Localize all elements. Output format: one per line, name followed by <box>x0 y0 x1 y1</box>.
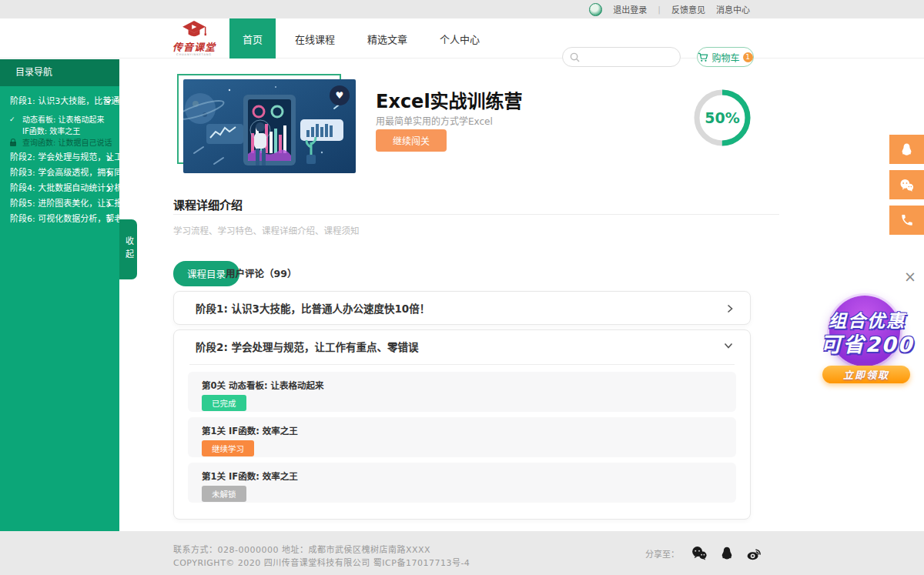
page: 退出登录 | 反馈意见 消息中心 传音课堂 CHUANYINKETANG 首页 … <box>0 0 924 575</box>
catalog-sidebar: 目录导航 阶段1: 认识3大技能，比普通人... ✓ 动态看板: 让表格动起来 … <box>0 59 119 531</box>
lesson-title: 第0关 动态看板: 让表格动起来 <box>202 379 736 391</box>
sidebar-stage-6[interactable]: 阶段6: 可视化数据分析，帮老板... <box>0 212 119 227</box>
phone-icon <box>900 213 914 227</box>
chevron-right-icon <box>106 201 112 208</box>
cart-icon <box>698 52 708 62</box>
lesson-row-locked[interactable]: 第1关 IF函数: 效率之王 未解锁 <box>188 463 736 503</box>
nav-item-home[interactable]: 首页 <box>229 18 276 59</box>
header: 传音课堂 CHUANYINKETANG 首页 在线课程 精选文章 个人中心 搜索… <box>0 18 924 59</box>
user-avatar[interactable] <box>589 3 602 16</box>
lesson-title: 第1关 IF函数: 效率之王 <box>202 424 736 436</box>
search-icon <box>570 52 580 62</box>
logo-subtitle: CHUANYINKETANG <box>166 52 222 56</box>
detail-divider <box>173 214 779 215</box>
promo-text-line2[interactable]: 可省200 <box>802 328 924 358</box>
nav-item-courses[interactable]: 在线课程 <box>282 18 348 59</box>
cart-count-badge: 1 <box>743 52 753 62</box>
qq-contact-button[interactable] <box>889 135 924 164</box>
topbar-divider: | <box>658 5 661 15</box>
sidebar-lesson-if[interactable]: IF函数: 效率之王 <box>0 125 119 137</box>
graduation-cap-icon <box>181 20 207 40</box>
qq-icon <box>899 142 914 157</box>
status-badge-continue[interactable]: 继续学习 <box>202 440 254 456</box>
status-badge-done[interactable]: 已完成 <box>202 395 246 411</box>
nav-item-articles[interactable]: 精选文章 <box>354 18 420 59</box>
feedback-link[interactable]: 反馈意见 <box>671 3 705 15</box>
sidebar-stage-5[interactable]: 阶段5: 进阶图表美化，让汇报一... <box>0 196 119 212</box>
chevron-down-icon <box>105 99 112 104</box>
chevron-right-icon <box>106 170 112 177</box>
favorite-heart-button[interactable]: ♥ <box>330 85 350 105</box>
stage-2-header[interactable]: 阶段2: 学会处理与规范，让工作有重点、零错误 <box>174 330 750 364</box>
cart-button[interactable]: 购物车 1 <box>697 47 754 67</box>
course-title: Excel实战训练营 <box>376 86 523 113</box>
sidebar-lesson-locked[interactable]: 查询函数: 让数据自己说话 <box>0 137 119 149</box>
topbar: 退出登录 | 反馈意见 消息中心 <box>0 0 924 18</box>
lesson-row-continue[interactable]: 第1关 IF函数: 效率之王 继续学习 <box>188 417 736 457</box>
check-icon: ✓ <box>9 114 15 125</box>
cart-label: 购物车 <box>711 51 739 64</box>
sidebar-stage-4[interactable]: 阶段4: 大批数据自动统计分析，... <box>0 181 119 196</box>
chevron-right-icon <box>106 216 112 223</box>
detail-description: 学习流程、学习特色、课程详细介绍、课程须知 <box>173 224 360 236</box>
message-center-link[interactable]: 消息中心 <box>716 3 750 15</box>
stage-2-accordion: 阶段2: 学会处理与规范，让工作有重点、零错误 第0关 动态看板: 让表格动起来… <box>173 329 751 520</box>
wechat-icon <box>899 178 915 192</box>
promo-close-button[interactable]: × <box>904 269 916 284</box>
stage-1-accordion: 阶段1: 认识3大技能，比普通人办公速度快10倍！ <box>173 291 751 325</box>
share-label: 分享至： <box>645 547 679 560</box>
detail-heading: 课程详细介绍 <box>173 196 243 212</box>
footer-contact: 联系方式：028-0000000 地址：成都市武侯区槐树店南路XXXX <box>173 543 430 555</box>
share-qq-icon[interactable] <box>719 546 735 561</box>
logo-title: 传音课堂 <box>163 43 225 52</box>
promo-claim-button[interactable]: 立即领取 <box>822 366 910 383</box>
wechat-contact-button[interactable] <box>889 170 924 199</box>
share-wechat-icon[interactable] <box>690 545 708 561</box>
lesson-list: 第0关 动态看板: 让表格动起来 已完成 第1关 IF函数: 效率之王 继续学习… <box>174 365 750 503</box>
heart-icon: ♥ <box>336 90 344 101</box>
sidebar-title: 目录导航 <box>0 59 119 86</box>
nav-item-profile[interactable]: 个人中心 <box>427 18 493 59</box>
sidebar-collapse-tab[interactable]: 收起 <box>119 219 137 279</box>
progress-value: 50% <box>691 87 753 149</box>
search-input[interactable] <box>563 48 681 66</box>
lesson-row-completed[interactable]: 第0关 动态看板: 让表格动起来 已完成 <box>188 372 736 412</box>
chevron-right-icon <box>106 186 112 192</box>
progress-ring: 50% <box>691 87 753 149</box>
chevron-right-icon <box>727 304 733 313</box>
footer: 联系方式：028-0000000 地址：成都市武侯区槐树店南路XXXX COPY… <box>0 531 924 575</box>
site-logo[interactable]: 传音课堂 CHUANYINKETANG <box>163 20 225 56</box>
sidebar-lesson-dashboard[interactable]: ✓ 动态看板: 让表格动起来 <box>0 114 119 125</box>
share-weibo-icon[interactable] <box>745 545 763 561</box>
sidebar-stage-1[interactable]: 阶段1: 认识3大技能，比普通人... <box>0 94 119 109</box>
lock-icon <box>10 142 16 146</box>
search-bar: 搜索 <box>562 47 681 67</box>
chevron-down-icon <box>724 343 733 349</box>
lesson-title: 第1关 IF函数: 效率之王 <box>202 470 736 482</box>
footer-copyright: COPYRIGHT© 2020 四川传音课堂科技有限公司 蜀ICP备170177… <box>173 556 470 568</box>
stage-1-header[interactable]: 阶段1: 认识3大技能，比普通人办公速度快10倍！ <box>174 292 750 326</box>
sidebar-stage-3[interactable]: 阶段3: 学会高级透视，拥有同时... <box>0 165 119 181</box>
tab-user-reviews[interactable]: 用户评论（99） <box>226 266 296 280</box>
phone-contact-button[interactable] <box>889 206 924 235</box>
chevron-right-icon <box>106 155 112 162</box>
logout-link[interactable]: 退出登录 <box>613 3 647 15</box>
continue-course-button[interactable]: 继续闯关 <box>376 129 447 152</box>
status-badge-locked[interactable]: 未解锁 <box>202 486 246 502</box>
main-nav: 首页 在线课程 精选文章 个人中心 <box>229 18 493 59</box>
sidebar-stage-2[interactable]: 阶段2: 学会处理与规范，让工作... <box>0 150 119 165</box>
course-subtitle: 用最简单实用的方式学Excel <box>376 114 493 127</box>
